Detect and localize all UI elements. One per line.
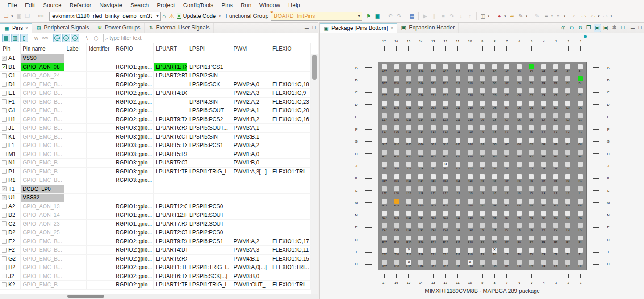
label-cell[interactable] (64, 106, 87, 115)
package-pin-L7[interactable]: L7 (501, 185, 513, 197)
rgpio-cell[interactable]: RGPIO1:gpio... (113, 228, 154, 237)
package-pin-A5[interactable]: A5 (525, 62, 537, 74)
show-all-signals-icon[interactable]: ww (41, 34, 49, 42)
package-pin-J5[interactable]: J5 (525, 160, 537, 172)
pin-checkbox[interactable]: ✓ (2, 64, 7, 69)
package-pin-K17[interactable]: K17 (378, 172, 390, 184)
package-pin-M8[interactable]: M8 (489, 197, 501, 209)
package-pin-U12[interactable]: U12 (439, 258, 452, 270)
package-pin-H3[interactable]: H3 (550, 147, 562, 160)
package-pin-U14[interactable]: U14 (415, 258, 427, 270)
pwm-cell[interactable] (231, 63, 270, 72)
package-pin-P16[interactable]: P16 (390, 221, 402, 233)
package-pin-H8[interactable]: H8 (489, 147, 501, 160)
pin-checkbox[interactable] (2, 99, 7, 104)
package-pin-E4[interactable]: E4 (537, 111, 549, 123)
package-pin-U13[interactable]: U13 (427, 258, 439, 270)
package-pin-A12[interactable]: A12 (439, 62, 452, 74)
package-pin-P1[interactable]: P1 (574, 221, 586, 233)
identifier-cell[interactable] (87, 150, 113, 159)
show-routed-pins-icon[interactable]: → (62, 34, 70, 42)
label-cell[interactable] (64, 255, 87, 263)
flexio-cell[interactable] (270, 141, 311, 150)
rgpio-cell[interactable] (113, 194, 154, 202)
rgpio-cell[interactable]: RGPIO2:gpio... (113, 263, 154, 272)
tab-peripheral-signals[interactable]: ▨Peripheral Signals (32, 23, 93, 33)
pin-name-cell[interactable]: GPIO_EMC_B... (21, 168, 64, 176)
lpspi-cell[interactable]: LPSPI1:TRIG_I... (187, 281, 231, 289)
package-pin-P5[interactable]: P5 (525, 221, 537, 233)
package-pin-T2[interactable]: T2 (562, 245, 574, 257)
package-pin-D14[interactable]: D14 (415, 99, 427, 111)
table-row[interactable]: L1GPIO_EMC_B...RGPIO3:gpio...LPUART5:TXD… (0, 141, 311, 150)
table-row[interactable]: K2GPIO_EMC_B...RGPIO2:gpio...LPUART1:TRI… (0, 281, 311, 290)
package-pin-U5[interactable]: U5 (525, 258, 537, 270)
lpspi-cell[interactable] (187, 194, 231, 202)
lpspi-cell[interactable]: LPSPI2:SOUT (187, 220, 231, 228)
identifier-cell[interactable] (87, 281, 113, 289)
package-pin-F8[interactable]: F8 (489, 123, 501, 135)
tab-external-user-signals[interactable]: ⇅External User Signals (145, 23, 214, 33)
show-no-routed-pins-icon[interactable]: → (71, 34, 79, 42)
column-header-identifier[interactable]: Identifier (87, 43, 113, 54)
save-icon[interactable]: ▣ (15, 12, 23, 20)
package-pin-U3[interactable]: U3 (550, 258, 562, 270)
package-pin-K12[interactable]: K12 (439, 172, 452, 184)
step-over-icon[interactable]: ↷ (448, 12, 456, 20)
package-pin-B15[interactable]: B15 (403, 74, 415, 86)
flexio-cell[interactable]: FLEXIO1:IO,16 (270, 115, 311, 124)
rgpio-cell[interactable]: RGPIO1:gpio... (113, 211, 154, 219)
package-pin-A6[interactable]: A6 (513, 62, 525, 74)
pwm-cell[interactable] (231, 202, 270, 211)
package-pin-N9[interactable]: N9 (476, 209, 488, 221)
rgpio-cell[interactable]: RGPIO1:gpio... (113, 202, 154, 211)
pins-view-rows-icon[interactable]: ▥ (11, 34, 19, 42)
profile-icon[interactable]: ● (495, 12, 503, 20)
lpspi-cell[interactable]: LPSPI4:SIN (187, 98, 231, 106)
pin-name-cell[interactable]: GPIO_EMC_B... (21, 89, 64, 97)
open-folder-icon[interactable]: ▰ (508, 12, 516, 20)
package-pin-E13[interactable]: E13 (427, 111, 439, 123)
rgpio-cell[interactable]: RGPIO1:gpio... (113, 220, 154, 228)
show-dedicated-pins-icon[interactable]: → (53, 34, 61, 42)
lpuart-cell[interactable] (154, 106, 187, 115)
package-pin-K3[interactable]: K3 (550, 172, 562, 184)
label-cell[interactable] (64, 211, 87, 219)
pin-name-cell[interactable]: GPIO_AON_25 (21, 228, 64, 237)
lpuart-cell[interactable]: LPUART6:CTS... (154, 133, 187, 141)
package-pin-F7[interactable]: F7 (501, 123, 513, 135)
identifier-cell[interactable] (87, 263, 113, 272)
menu-item-help[interactable]: Help (284, 1, 304, 9)
menu-item-search[interactable]: Search (126, 1, 153, 9)
lpuart-cell[interactable]: LPUART4:DC... (154, 89, 187, 97)
package-pin-F16[interactable]: F16 (390, 123, 402, 135)
pin-name-cell[interactable]: GPIO_EMC_B... (21, 255, 64, 263)
pwm-cell[interactable]: PWM3:A,3 (231, 246, 270, 254)
package-pin-D13[interactable]: D13 (427, 99, 439, 111)
package-pin-F4[interactable]: F4 (537, 123, 549, 135)
package-pin-J8[interactable]: J8 (489, 160, 501, 172)
brush-icon[interactable]: ✎ (517, 12, 525, 20)
package-pin-N12[interactable]: N12 (439, 209, 452, 221)
pin-name-cell[interactable]: GPIO_EMC_B... (21, 150, 64, 159)
package-pin-F15[interactable]: F15 (403, 123, 415, 135)
package-pin-D9[interactable]: D9 (476, 99, 488, 111)
label-cell[interactable] (64, 220, 87, 228)
flexio-cell[interactable]: FLEXIO1:IO,23 (270, 98, 311, 106)
package-pin-N14[interactable]: N14 (415, 209, 427, 221)
package-pin-E8[interactable]: E8 (489, 111, 501, 123)
package-pin-K8[interactable]: K8 (489, 172, 501, 184)
package-pin-D6[interactable]: D6 (513, 99, 525, 111)
package-pin-F14[interactable]: F14 (415, 123, 427, 135)
package-pin-G9[interactable]: G9 (476, 135, 488, 147)
pins-view-columns-icon[interactable]: ▤ (2, 34, 10, 42)
pin-name-cell[interactable]: DCDC_LP0 (21, 185, 64, 194)
package-pin-J16[interactable]: J16 (390, 160, 402, 172)
package-pin-C17[interactable]: C17 (378, 87, 390, 99)
package-pin-C10[interactable]: C10 (464, 87, 476, 99)
package-pin-L15[interactable]: L15 (403, 185, 415, 197)
pwm-cell[interactable]: PWM2:A,3 (231, 89, 270, 97)
package-pin-M7[interactable]: M7 (501, 197, 513, 209)
package-pin-T7[interactable]: T7 (501, 245, 513, 257)
package-pin-L12[interactable]: L12 (439, 185, 452, 197)
